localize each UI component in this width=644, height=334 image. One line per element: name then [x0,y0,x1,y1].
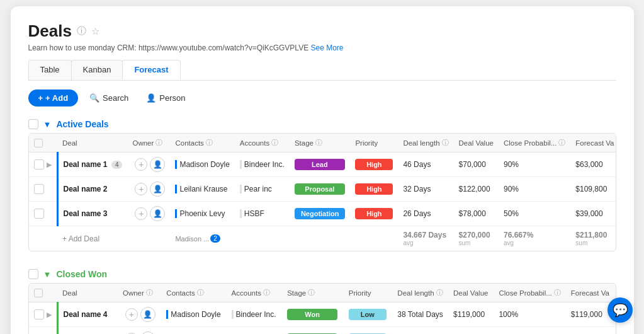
active-deals-table: Deal Owner ⓘ Contacts ⓘ Accounts ⓘ Stage… [29,134,616,251]
contact-name: Phoenix Levy [175,209,225,218]
cw-stage-info[interactable]: ⓘ [308,288,315,297]
length-info-icon[interactable]: ⓘ [442,138,449,147]
close-prob: 50% [499,202,570,226]
stage-badge: Negotiation [295,208,346,219]
table-row: ▶ Deal name 4 + 👤 Madison Doyle [29,302,616,327]
close-prob: 90% [499,153,570,177]
info-icon[interactable]: ⓘ [77,25,86,37]
see-more-link[interactable]: See More [311,43,344,52]
priority-badge: High [355,208,393,219]
page-header: Deals ⓘ ☆ Learn how to use monday CRM: h… [28,21,616,52]
add-deal-row[interactable]: + Add Deal Madison ... 2 34.667 Days avg… [29,226,616,251]
active-deals-checkbox[interactable] [28,119,38,129]
owner-avatar[interactable]: 👤 [150,157,165,172]
deal-value: $122,000 [454,177,499,202]
active-deals-section: ▼ Active Deals Deal Owner ⓘ Contacts ⓘ A… [28,119,616,251]
stage-badge: Won [287,309,337,320]
account-name: Bindeer Inc. [240,160,285,169]
deal-name: Deal name 3 [64,209,108,218]
active-deals-title: Active Deals [56,119,108,129]
table-row: Deal name 2 + 👤 Leilani Krause Pear inc [29,177,616,202]
owner-avatar[interactable]: 👤 [150,181,165,197]
row-checkbox[interactable] [34,309,44,320]
row-checkbox[interactable] [34,159,44,170]
tab-table[interactable]: Table [28,60,72,80]
th-check-cw[interactable] [34,289,43,297]
contact-name: Madison Doyle [175,160,229,169]
add-deal-button[interactable]: + Add Deal [57,226,127,251]
deal-name: Deal name 2 [64,185,108,193]
deal-value: $78,000 [454,202,499,226]
deal-length: 31 Total Days [392,327,448,335]
search-icon: 🔍 [89,93,99,103]
cw-accounts-info[interactable]: ⓘ [263,288,270,297]
cw-length-info[interactable]: ⓘ [436,288,443,297]
closed-won-section: ▼ Closed Won Deal Owner ⓘ Contacts ⓘ Acc… [28,269,616,334]
toolbar: + + Add 🔍 Search 👤 Person [28,89,616,107]
summary-value-label: sum [459,239,494,246]
search-button[interactable]: 🔍 Search [83,89,135,107]
close-prob: 90% [499,177,570,202]
owner-avatar[interactable]: 👤 [140,331,155,334]
account-name: HSBF [240,209,264,218]
deal-value: $70,000 [454,153,499,177]
closed-won-checkbox[interactable] [28,269,38,279]
summary-prob-label: avg [504,239,565,246]
closed-won-title: Closed Won [56,269,107,279]
tab-forecast[interactable]: Forecast [122,60,180,80]
chat-fab[interactable]: 💬 [607,297,633,323]
deal-name: Deal name 1 [64,160,108,169]
main-card: Deals ⓘ ☆ Learn how to use monday CRM: h… [11,6,634,334]
page-title: Deals [28,21,72,41]
contacts-info-icon[interactable]: ⓘ [206,138,213,147]
account-name: Bindeer Inc. [232,310,276,319]
row-checkbox[interactable] [34,209,44,219]
close-prob: 100% [494,302,565,327]
add-owner-icon[interactable]: + [135,207,147,220]
owner-avatar[interactable]: 👤 [150,206,165,221]
deal-value: $89,000 [448,327,494,335]
summary-length: 34.667 Days [403,231,446,239]
forecast-value: $63,000 [570,153,616,177]
closed-won-chevron[interactable]: ▼ [43,270,52,279]
add-icon: + [38,93,43,103]
forecast-value: $89,000 [566,327,616,335]
stage-badge: Proposal [295,183,345,195]
table-row: ▶ Deal name 1 4 + 👤 Madison Doyle [29,153,616,177]
summary-length-label: avg [403,239,448,246]
prob-info-icon[interactable]: ⓘ [558,138,565,147]
accounts-info-icon[interactable]: ⓘ [271,138,278,147]
owner-avatar[interactable]: 👤 [140,307,155,322]
stage-info-icon[interactable]: ⓘ [315,138,322,147]
priority-badge: High [355,159,393,170]
add-button[interactable]: + + Add [28,89,79,107]
tab-kanban[interactable]: Kanban [71,60,123,80]
closed-won-table-wrap: Deal Owner ⓘ Contacts ⓘ Accounts ⓘ Stage… [28,283,616,334]
row-expander[interactable]: ▶ [47,161,52,169]
summary-contact: Madison ... [175,235,209,243]
person-button[interactable]: 👤 Person [140,89,191,107]
star-icon[interactable]: ☆ [91,26,99,37]
priority-badge: High [355,183,393,195]
closed-won-table: Deal Owner ⓘ Contacts ⓘ Accounts ⓘ Stage… [29,284,616,334]
summary-contact-badge: 2 [210,234,220,243]
add-owner-icon[interactable]: + [135,158,147,171]
row-checkbox[interactable] [34,184,44,194]
cw-owner-info[interactable]: ⓘ [146,288,153,297]
add-owner-icon[interactable]: + [125,308,138,321]
cw-prob-info[interactable]: ⓘ [554,288,561,297]
owner-info-icon[interactable]: ⓘ [155,138,162,147]
add-owner-icon[interactable]: + [135,183,147,195]
row-expander[interactable]: ▶ [47,311,52,319]
person-icon: 👤 [146,93,156,103]
forecast-value: $109,800 [570,177,616,202]
active-deals-chevron[interactable]: ▼ [43,120,52,129]
deal-name: Deal name 4 [64,310,108,319]
tab-bar: Table Kanban Forecast [28,60,616,81]
deal-value: $119,000 [448,302,494,327]
deal-length: 46 Days [398,153,453,177]
active-deals-table-wrap: Deal Owner ⓘ Contacts ⓘ Accounts ⓘ Stage… [28,133,616,251]
table-row: Deal name 3 + 👤 Phoenix Levy HSBF [29,202,616,226]
cw-contacts-info[interactable]: ⓘ [197,288,204,297]
th-check[interactable] [34,139,43,147]
